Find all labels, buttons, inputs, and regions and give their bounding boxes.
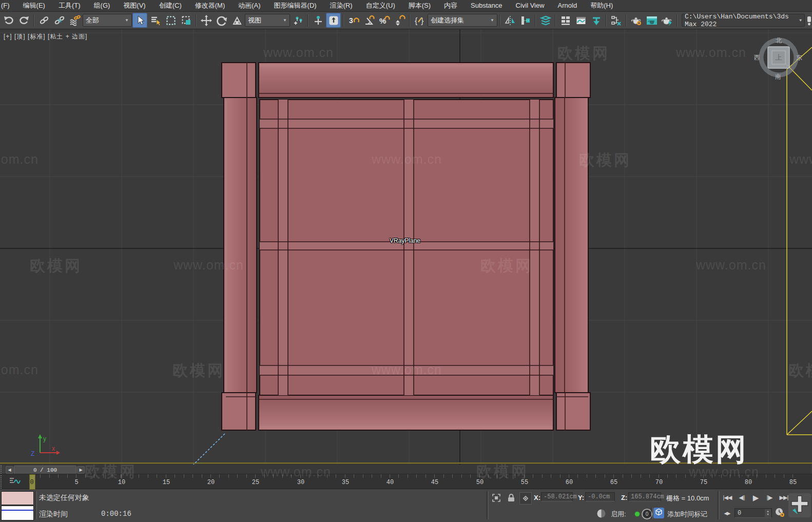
render-time-value: 0:00:16 (101, 510, 131, 518)
time-slider-thumb[interactable]: 0 / 100 (14, 466, 76, 474)
go-to-start-button[interactable]: |◀◀ (721, 492, 734, 504)
selection-lock-button[interactable] (506, 492, 517, 504)
menu-group[interactable]: 组(G) (87, 0, 117, 11)
mini-curve-editor-button[interactable] (5, 475, 26, 488)
select-object-button[interactable] (132, 13, 147, 28)
axis-x-label: x (52, 445, 55, 452)
material-editor-button[interactable] (609, 13, 624, 28)
frame-spinner[interactable]: ▲▼ (765, 509, 771, 517)
project-folder-dropdown[interactable]: C:\Users\Han\Documents\3ds Max 2022▼ (682, 14, 805, 27)
unlink-button[interactable] (52, 13, 67, 28)
play-button[interactable]: ▶ (749, 492, 762, 504)
select-by-name-button[interactable] (148, 13, 163, 28)
mirror-icon (505, 15, 516, 26)
toolbar-grip[interactable] (1, 475, 5, 489)
snaps-toggle-button[interactable]: 3 (346, 13, 361, 28)
spinner-snap-icon (394, 15, 405, 26)
viewport-top[interactable]: y x Z [+] [顶] [标准] [粘土 + 边面] VRayPlane 北… (0, 29, 812, 465)
viewcube-top-face[interactable]: 上 (776, 53, 782, 62)
viewcube-west-label[interactable]: 西 (754, 53, 760, 62)
reference-coordinate-system-dropdown[interactable]: 视图▼ (245, 14, 290, 27)
viewport-navigation-button[interactable] (788, 493, 811, 517)
spinner-snap-toggle-button[interactable] (392, 13, 407, 28)
time-configuration-button[interactable] (774, 507, 785, 518)
toolbar-separator (343, 14, 344, 27)
viewcube-east-label[interactable]: 东 (796, 53, 802, 62)
ruler-tick-label: 80 (745, 479, 752, 486)
track-bar[interactable]: 0 5 10 15 20 25 30 35 40 45 50 55 60 65 … (0, 474, 812, 489)
window-crossing-toggle-button[interactable] (179, 13, 194, 28)
y-coord-field[interactable]: -0.0cm (585, 492, 615, 501)
menu-help[interactable]: 帮助(H) (584, 0, 620, 11)
viewcube-north-label[interactable]: 北 (776, 36, 782, 45)
menu-graph-editors[interactable]: 图形编辑器(D) (267, 0, 323, 11)
menu-edit[interactable]: 编辑(E) (16, 0, 52, 11)
toggle-scene-explorer-button[interactable] (538, 13, 553, 28)
coord-system-value: 视图 (248, 16, 261, 25)
rectangular-selection-region-button[interactable] (163, 13, 178, 28)
viewport-label[interactable]: [+] [顶] [标准] [粘土 + 边面] (4, 32, 87, 41)
toolbar-grip[interactable] (1, 465, 5, 474)
menu-rendering[interactable]: 渲染(R) (323, 0, 359, 11)
align-button[interactable] (518, 13, 533, 28)
redo-button[interactable] (16, 13, 31, 28)
edit-named-selection-sets-button[interactable]: {} (412, 13, 427, 28)
time-slider-track[interactable] (5, 466, 811, 474)
previous-frame-arrow[interactable]: ◀ (6, 466, 13, 474)
workspace-icon (806, 15, 812, 26)
named-selection-sets-dropdown[interactable]: 创建选择集▼ (428, 14, 497, 27)
undo-button[interactable] (1, 13, 16, 28)
percent-snap-toggle-button[interactable]: % (377, 13, 392, 28)
key-mode-toggle-button[interactable]: ◀▶ (722, 508, 732, 518)
schematic-view-button[interactable] (589, 13, 604, 28)
time-tag-button[interactable] (653, 508, 664, 518)
curve-editor-button[interactable] (573, 13, 588, 28)
absolute-offset-toggle-button[interactable] (519, 492, 532, 505)
toggle-layer-explorer-button[interactable] (558, 13, 573, 28)
menu-views[interactable]: 视图(V) (117, 0, 152, 11)
select-and-scale-button[interactable] (229, 13, 244, 28)
select-and-manipulate-button[interactable] (311, 13, 325, 28)
selection-filter-dropdown[interactable]: 全部▼ (83, 14, 132, 27)
menu-content[interactable]: 内容 (437, 0, 464, 11)
isolate-selection-button[interactable] (491, 492, 502, 504)
menu-file[interactable]: (F) (0, 0, 16, 11)
workspace-button[interactable] (805, 13, 812, 28)
menu-substance[interactable]: Substance (464, 0, 509, 11)
current-frame-field[interactable]: 0▲▼ (734, 508, 772, 518)
scene-security-shield-icon[interactable] (595, 508, 607, 519)
menu-arnold[interactable]: Arnold (551, 0, 584, 11)
menu-scripting[interactable]: 脚本(S) (402, 0, 437, 11)
menu-civil-view[interactable]: Civil View (509, 0, 551, 11)
macro-recorder-field[interactable] (1, 491, 34, 505)
menu-animation[interactable]: 动画(A) (231, 0, 267, 11)
use-center-flyout-button[interactable] (291, 13, 305, 28)
next-frame-arrow[interactable]: ▶ (77, 466, 85, 474)
render-setup-button[interactable] (629, 13, 644, 28)
ruler-tick-label: 35 (342, 479, 349, 486)
named-sets-icon: {} (414, 15, 426, 26)
add-time-tag-field[interactable]: 添加时间标记 (667, 510, 707, 519)
keyboard-shortcut-override-button[interactable] (326, 13, 341, 28)
next-frame-button[interactable]: ||▶ (763, 492, 776, 504)
angle-snap-toggle-button[interactable] (361, 13, 376, 28)
select-and-move-button[interactable] (199, 13, 214, 28)
x-coord-field[interactable]: -58.021cm (541, 492, 573, 501)
statusbar-separator (487, 491, 489, 519)
z-coord-field[interactable]: 165.874cm (628, 492, 661, 501)
mini-listener-field[interactable] (1, 506, 34, 520)
rendered-frame-window-button[interactable] (644, 13, 659, 28)
menu-tools[interactable]: 工具(T) (52, 0, 87, 11)
select-and-rotate-button[interactable] (214, 13, 229, 28)
status-bar: 未选定任何对象 渲染时间 0:00:16 X: -58.021cm Y: -0.… (0, 489, 812, 522)
mirror-button[interactable] (502, 13, 517, 28)
menu-create[interactable]: 创建(C) (152, 0, 188, 11)
menu-customize[interactable]: 自定义(U) (359, 0, 402, 11)
previous-frame-button[interactable]: ◀|| (735, 492, 748, 504)
bind-to-space-warp-button[interactable] (67, 13, 82, 28)
render-production-button[interactable] (660, 13, 674, 28)
object-label-vrayplane[interactable]: VRayPlane (390, 237, 420, 244)
select-and-link-button[interactable] (36, 13, 51, 28)
viewcube-south-label[interactable]: 南 (775, 72, 781, 81)
menu-modifiers[interactable]: 修改器(M) (188, 0, 232, 11)
